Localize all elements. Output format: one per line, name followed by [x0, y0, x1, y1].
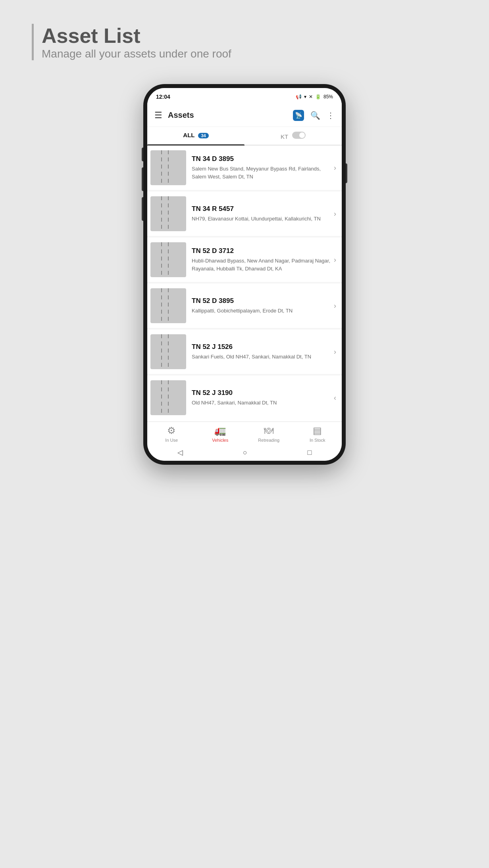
instock-icon: ▤: [313, 425, 322, 436]
volume-down-button: [142, 167, 143, 191]
vehicle-item-2[interactable]: TN 34 R 5457 NH79, Elavanasur Kottai, Ul…: [147, 192, 342, 236]
system-nav: ◁ ○ □: [147, 444, 342, 461]
page-subtitle: Manage all your assets under one roof: [42, 48, 231, 60]
vehicle-thumb-5: [150, 334, 186, 369]
vehicle-item-5[interactable]: TN 52 J 1526 Sankari Fuels, Old NH47, Sa…: [147, 330, 342, 374]
tracking-icon-symbol: 📡: [295, 112, 302, 119]
nav-label-instock: In Stock: [310, 438, 325, 443]
inuse-icon: ⚙: [167, 425, 176, 436]
vehicle-id-6: TN 52 J 3190: [192, 389, 331, 397]
tab-all[interactable]: ALL 34: [147, 127, 244, 145]
menu-icon[interactable]: ☰: [154, 110, 162, 121]
vehicle-loc-1: Salem New Bus Stand, Meyyanur Bypass Rd,…: [192, 165, 331, 180]
chevron-icon-4: ›: [334, 302, 336, 310]
phone-device: 12:04 📢 ▾ ✕ 🔋 85% ☰ Assets 📡 🔍 ⋮: [143, 84, 346, 465]
nav-label-retreading: Retreading: [258, 438, 279, 443]
battery-icon: 🔋: [315, 94, 321, 100]
more-icon[interactable]: ⋮: [327, 111, 335, 120]
vehicle-thumb-4: [150, 288, 186, 323]
vehicle-loc-3: Hubli-Dharwad Bypass, New Anand Nagar, P…: [192, 257, 331, 272]
vehicle-info-3: TN 52 D 3712 Hubli-Dharwad Bypass, New A…: [192, 247, 331, 272]
tab-all-badge: 34: [198, 133, 208, 138]
vehicle-item-3[interactable]: TN 52 D 3712 Hubli-Dharwad Bypass, New A…: [147, 238, 342, 282]
vehicle-info-5: TN 52 J 1526 Sankari Fuels, Old NH47, Sa…: [192, 343, 331, 361]
vehicle-thumb-2: [150, 196, 186, 231]
tab-kt[interactable]: KT: [244, 127, 342, 145]
home-button[interactable]: ○: [243, 448, 247, 457]
vehicle-id-4: TN 52 D 3895: [192, 297, 331, 305]
vehicle-list: TN 34 D 3895 Salem New Bus Stand, Meyyan…: [147, 146, 342, 420]
retreading-icon: 🍽: [264, 425, 273, 436]
vehicles-icon: 🚛: [214, 425, 226, 436]
bottom-nav: ⚙ In Use 🚛 Vehicles 🍽 Retreading ▤ In St…: [147, 422, 342, 444]
app-title: Assets: [168, 111, 293, 120]
phone-screen: 12:04 📢 ▾ ✕ 🔋 85% ☰ Assets 📡 🔍 ⋮: [147, 88, 342, 461]
vehicle-thumb-6: [150, 380, 186, 415]
recent-button[interactable]: □: [307, 448, 312, 457]
volume-up-button: [142, 148, 143, 161]
speaker-icon: 📢: [296, 94, 302, 100]
vehicle-thumb-1: [150, 150, 186, 185]
tab-bar: ALL 34 KT: [147, 127, 342, 146]
status-bar: 12:04 📢 ▾ ✕ 🔋 85%: [147, 88, 342, 104]
nav-label-vehicles: Vehicles: [212, 438, 228, 443]
vehicle-loc-5: Sankari Fuels, Old NH47, Sankari, Namakk…: [192, 353, 331, 361]
chevron-icon-5: ›: [334, 348, 336, 356]
nav-item-vehicles[interactable]: 🚛 Vehicles: [196, 425, 245, 443]
vehicle-info-4: TN 52 D 3895 Kallippatti, Gobichettipala…: [192, 297, 331, 315]
page-header: Asset List Manage all your assets under …: [32, 24, 231, 60]
chevron-icon-6: ‹: [334, 394, 336, 402]
vehicle-item-6[interactable]: TN 52 J 3190 Old NH47, Sankari, Namakkal…: [147, 376, 342, 420]
vehicle-id-3: TN 52 D 3712: [192, 247, 331, 255]
app-bar: ☰ Assets 📡 🔍 ⋮: [147, 104, 342, 127]
search-icon[interactable]: 🔍: [310, 111, 320, 120]
page-title: Asset List: [42, 24, 231, 48]
status-time: 12:04: [156, 94, 170, 100]
vehicle-loc-2: NH79, Elavanasur Kottai, Ulundurpettai, …: [192, 215, 331, 223]
vehicle-id-2: TN 34 R 5457: [192, 205, 331, 213]
vehicle-id-5: TN 52 J 1526: [192, 343, 331, 351]
silent-button: [142, 197, 143, 221]
vehicle-id-1: TN 34 D 3895: [192, 155, 331, 163]
vehicle-thumb-3: [150, 242, 186, 277]
notification-icon: ✕: [309, 94, 313, 100]
wifi-icon: ▾: [304, 94, 306, 100]
power-button: [346, 163, 347, 183]
vehicle-info-6: TN 52 J 3190 Old NH47, Sankari, Namakkal…: [192, 389, 331, 407]
battery-percent: 85%: [323, 94, 333, 100]
vehicle-info-2: TN 34 R 5457 NH79, Elavanasur Kottai, Ul…: [192, 205, 331, 223]
chevron-icon-3: ›: [334, 256, 336, 264]
vehicle-loc-4: Kallippatti, Gobichettipalayam, Erode Dt…: [192, 307, 331, 315]
nav-label-inuse: In Use: [165, 438, 178, 443]
vehicle-loc-6: Old NH47, Sankari, Namakkal Dt, TN: [192, 399, 331, 407]
vehicle-item-1[interactable]: TN 34 D 3895 Salem New Bus Stand, Meyyan…: [147, 146, 342, 190]
tab-all-label: ALL: [183, 132, 194, 138]
kt-toggle[interactable]: [292, 132, 306, 139]
chevron-icon-1: ›: [334, 164, 336, 172]
tab-kt-label: KT: [281, 133, 288, 140]
status-icons: 📢 ▾ ✕ 🔋 85%: [296, 94, 333, 100]
back-button[interactable]: ◁: [177, 448, 183, 457]
vehicle-item-4[interactable]: TN 52 D 3895 Kallippatti, Gobichettipala…: [147, 284, 342, 328]
nav-item-retreading[interactable]: 🍽 Retreading: [244, 425, 293, 443]
bar-actions: 📡 🔍 ⋮: [293, 110, 335, 121]
tracking-icon[interactable]: 📡: [293, 110, 304, 121]
vehicle-info-1: TN 34 D 3895 Salem New Bus Stand, Meyyan…: [192, 155, 331, 180]
nav-item-inuse[interactable]: ⚙ In Use: [147, 425, 196, 443]
nav-item-instock[interactable]: ▤ In Stock: [293, 425, 342, 443]
chevron-icon-2: ›: [334, 210, 336, 218]
